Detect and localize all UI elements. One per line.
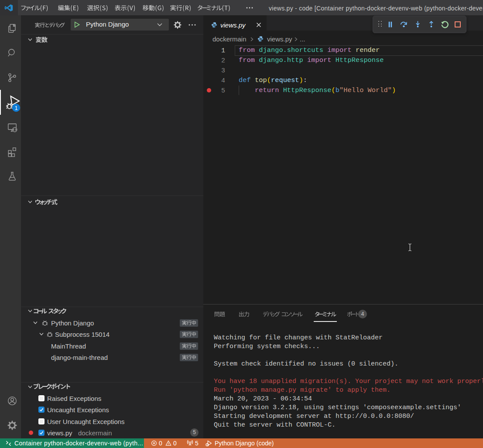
svg-text:1: 1	[14, 105, 17, 111]
